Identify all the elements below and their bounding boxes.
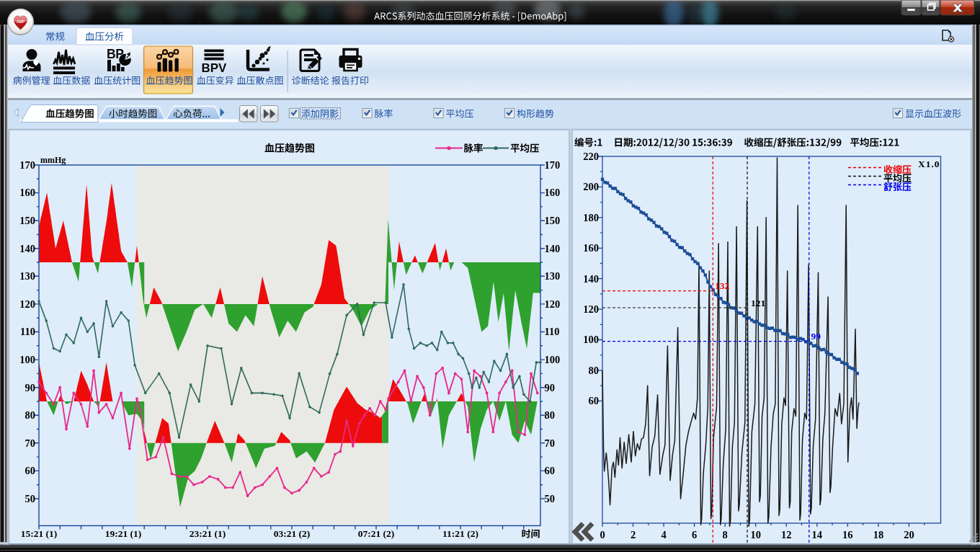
svg-text:18: 18 [873,529,884,540]
svg-text:0: 0 [600,529,605,540]
svg-text:10: 10 [750,529,761,540]
svg-text:140: 140 [583,273,599,285]
svg-text:140: 140 [19,243,35,254]
svg-text:11:21 (2): 11:21 (2) [442,528,478,539]
svg-text:160: 160 [583,242,599,254]
svg-text:100: 100 [583,334,599,345]
svg-text:90: 90 [545,382,556,393]
svg-text:120: 120 [545,298,561,310]
svg-text:110: 110 [545,326,560,337]
svg-text:130: 130 [545,270,561,282]
svg-text:70: 70 [545,437,556,449]
svg-text:12: 12 [781,529,792,540]
svg-text:19:21 (1): 19:21 (1) [105,528,142,539]
svg-text:220: 220 [583,151,599,162]
svg-text:100: 100 [19,354,35,365]
svg-text:60: 60 [25,465,36,476]
svg-text:60: 60 [545,465,556,476]
svg-text:20: 20 [904,529,914,540]
svg-text:130: 130 [19,270,35,282]
svg-text:60: 60 [589,395,600,406]
svg-text:160: 160 [19,187,35,198]
svg-text:80: 80 [589,365,600,376]
svg-text:120: 120 [19,298,35,310]
svg-text:70: 70 [25,437,36,449]
svg-text:2: 2 [631,529,636,540]
svg-text:99: 99 [811,331,821,342]
svg-text:200: 200 [583,181,599,192]
svg-text:8: 8 [723,529,728,540]
svg-text:X1.0: X1.0 [918,159,940,169]
svg-text:15:21 (1): 15:21 (1) [21,528,58,539]
svg-text:80: 80 [545,409,556,421]
svg-text:03:21 (2): 03:21 (2) [274,528,311,539]
svg-text:150: 150 [545,215,561,226]
svg-text:80: 80 [25,409,36,421]
svg-text:100: 100 [545,354,561,365]
svg-text:14: 14 [812,529,823,540]
svg-text:23:21 (1): 23:21 (1) [190,528,226,539]
svg-text:180: 180 [583,212,599,223]
svg-text:90: 90 [25,382,36,393]
svg-text:07:21 (2): 07:21 (2) [358,528,395,539]
svg-text:170: 170 [545,159,561,171]
svg-text:50: 50 [545,493,556,504]
svg-text:120: 120 [583,303,599,315]
svg-text:121: 121 [751,298,766,308]
svg-text:50: 50 [25,493,36,504]
svg-text:mmHg: mmHg [40,155,66,165]
svg-text:150: 150 [19,215,35,226]
svg-text:16: 16 [842,529,853,540]
svg-text:6: 6 [692,529,697,540]
svg-text:140: 140 [545,243,561,254]
svg-text:BPV: BPV [202,61,228,75]
svg-text:110: 110 [20,326,35,337]
svg-text:160: 160 [545,187,561,198]
svg-text:4: 4 [661,529,666,540]
svg-text:132: 132 [715,280,730,291]
svg-text:170: 170 [19,159,35,171]
